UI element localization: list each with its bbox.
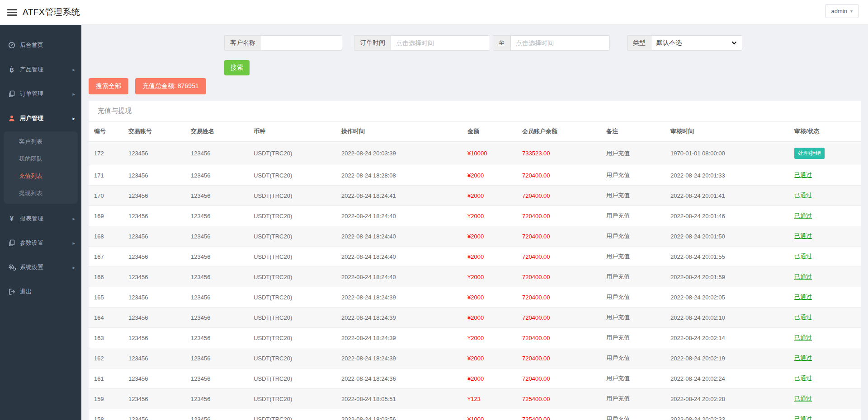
cell-status: 处理/拒绝 xyxy=(789,142,861,165)
sidebar-item[interactable]: B产品管理▸ xyxy=(0,57,81,82)
cell-remark: 用戶充值 xyxy=(601,409,665,420)
hamburger-menu-icon[interactable] xyxy=(7,8,17,17)
cell-amount: ¥2000 xyxy=(462,348,517,369)
sidebar-item[interactable]: 用户管理▸ xyxy=(0,106,81,131)
recharge-panel: 充值与提现 编号交易账号交易姓名币种操作时间金额会员账户余额备注审核时间审核/状… xyxy=(89,101,861,420)
status-approved-link[interactable]: 已通过 xyxy=(794,233,812,239)
sidebar-subitem[interactable]: 充值列表 xyxy=(4,168,78,185)
sidebar-item[interactable]: 系统设置▸ xyxy=(0,255,81,280)
cell-currency: USDT(TRC20) xyxy=(248,142,336,165)
cell-op-time: 2022-08-24 18:24:40 xyxy=(336,206,462,226)
cell-op-time: 2022-08-24 18:24:41 xyxy=(336,186,462,206)
table-row: 168123456123456USDT(TRC20)2022-08-24 18:… xyxy=(89,226,861,247)
cell-balance: 720400.00 xyxy=(517,369,601,389)
customer-name-group: 客户名称 xyxy=(224,35,342,51)
search-all-button[interactable]: 搜索全部 xyxy=(89,78,128,94)
cell-account: 123456 xyxy=(123,308,185,328)
cell-amount: ¥2000 xyxy=(462,369,517,389)
status-approved-link[interactable]: 已通过 xyxy=(794,375,812,382)
status-approved-link[interactable]: 已通过 xyxy=(794,172,812,178)
type-group: 类型 默认不选 xyxy=(627,35,742,51)
status-approved-link[interactable]: 已通过 xyxy=(794,334,812,341)
status-approved-link[interactable]: 已通过 xyxy=(794,395,812,402)
status-approved-link[interactable]: 已通过 xyxy=(794,415,812,420)
sidebar-item[interactable]: ¥报表管理▸ xyxy=(0,206,81,231)
sidebar-item-label: 退出 xyxy=(20,288,32,296)
cell-name: 123456 xyxy=(185,369,248,389)
cell-op-time: 2022-08-24 18:28:08 xyxy=(336,165,462,186)
cell-status: 已通过 xyxy=(789,247,861,267)
cell-remark: 用戶充值 xyxy=(601,369,665,389)
cell-audit-time: 2022-08-24 20:02:19 xyxy=(665,348,789,369)
table-row: 166123456123456USDT(TRC20)2022-08-24 18:… xyxy=(89,267,861,287)
status-action-badge[interactable]: 处理/拒绝 xyxy=(794,148,825,159)
cell-audit-time: 2022-08-24 20:02:14 xyxy=(665,328,789,348)
cell-id: 171 xyxy=(89,165,123,186)
cell-status: 已通过 xyxy=(789,165,861,186)
chevron-right-icon: ▸ xyxy=(72,265,75,271)
status-approved-link[interactable]: 已通过 xyxy=(794,212,812,219)
cell-currency: USDT(TRC20) xyxy=(248,287,336,308)
table-body: 172123456123456USDT(TRC20)2022-08-24 20:… xyxy=(89,142,861,420)
status-approved-link[interactable]: 已通过 xyxy=(794,314,812,321)
order-time-start-group: 订单时间 xyxy=(354,35,490,51)
cell-account: 123456 xyxy=(123,267,185,287)
sidebar-item[interactable]: 退出 xyxy=(0,280,81,304)
status-approved-link[interactable]: 已通过 xyxy=(794,192,812,199)
user-dropdown-button[interactable]: admin ▾ xyxy=(825,4,859,18)
table-row: 159123456123456USDT(TRC20)2022-08-24 18:… xyxy=(89,389,861,409)
filter-section: 客户名称 订单时间 至 类型 默认不选 搜索 xyxy=(81,25,868,75)
cell-name: 123456 xyxy=(185,165,248,186)
sidebar-subitem[interactable]: 客户列表 xyxy=(4,133,78,150)
cell-op-time: 2022-08-24 18:24:39 xyxy=(336,287,462,308)
type-select[interactable]: 默认不选 xyxy=(651,35,742,51)
search-button[interactable]: 搜索 xyxy=(224,60,250,75)
cell-audit-time: 2022-08-24 20:01:59 xyxy=(665,267,789,287)
status-approved-link[interactable]: 已通过 xyxy=(794,355,812,361)
cell-status: 已通过 xyxy=(789,409,861,420)
cell-id: 165 xyxy=(89,287,123,308)
table-row: 164123456123456USDT(TRC20)2022-08-24 18:… xyxy=(89,308,861,328)
cell-name: 123456 xyxy=(185,348,248,369)
cell-balance: 720400.00 xyxy=(517,186,601,206)
sidebar-item[interactable]: 后台首页 xyxy=(0,33,81,57)
cell-amount: ¥2000 xyxy=(462,247,517,267)
status-approved-link[interactable]: 已通过 xyxy=(794,253,812,260)
sidebar-subitem[interactable]: 提现列表 xyxy=(4,185,78,202)
cell-op-time: 2022-08-24 18:05:51 xyxy=(336,389,462,409)
cell-currency: USDT(TRC20) xyxy=(248,389,336,409)
cell-amount: ¥2000 xyxy=(462,206,517,226)
customer-name-input[interactable] xyxy=(261,35,342,51)
order-time-start-input[interactable] xyxy=(391,35,490,51)
cell-name: 123456 xyxy=(185,409,248,420)
cell-amount: ¥2000 xyxy=(462,186,517,206)
sidebar-item-label: 参数设置 xyxy=(20,239,43,247)
sidebar-item-label: 订单管理 xyxy=(20,90,43,98)
user-name: admin xyxy=(831,8,847,14)
cell-currency: USDT(TRC20) xyxy=(248,308,336,328)
sidebar-submenu: 客户列表我的团队充值列表提现列表 xyxy=(4,131,78,204)
cell-balance: 720400.00 xyxy=(517,267,601,287)
files-icon xyxy=(8,90,20,98)
chevron-down-icon: ▾ xyxy=(850,9,853,14)
cell-account: 123456 xyxy=(123,247,185,267)
sidebar-item[interactable]: 订单管理▸ xyxy=(0,82,81,106)
sidebar-item[interactable]: 参数设置▸ xyxy=(0,231,81,255)
sidebar-subitem[interactable]: 我的团队 xyxy=(4,150,78,168)
main-content: 客户名称 订单时间 至 类型 默认不选 搜索 xyxy=(81,0,868,420)
status-approved-link[interactable]: 已通过 xyxy=(794,273,812,280)
table-row: 172123456123456USDT(TRC20)2022-08-24 20:… xyxy=(89,142,861,165)
cell-remark: 用戶充值 xyxy=(601,267,665,287)
logout-icon xyxy=(8,288,20,295)
cell-balance: 733523.00 xyxy=(517,142,601,165)
status-approved-link[interactable]: 已通过 xyxy=(794,294,812,300)
table-row: 165123456123456USDT(TRC20)2022-08-24 18:… xyxy=(89,287,861,308)
cell-name: 123456 xyxy=(185,186,248,206)
cell-status: 已通过 xyxy=(789,348,861,369)
order-time-end-input[interactable] xyxy=(510,35,610,51)
cell-amount: ¥2000 xyxy=(462,226,517,247)
cell-op-time: 2022-08-24 20:03:39 xyxy=(336,142,462,165)
total-recharge-button[interactable]: 充值总金额: 876951 xyxy=(135,78,206,94)
cell-name: 123456 xyxy=(185,247,248,267)
table-row: 169123456123456USDT(TRC20)2022-08-24 18:… xyxy=(89,206,861,226)
